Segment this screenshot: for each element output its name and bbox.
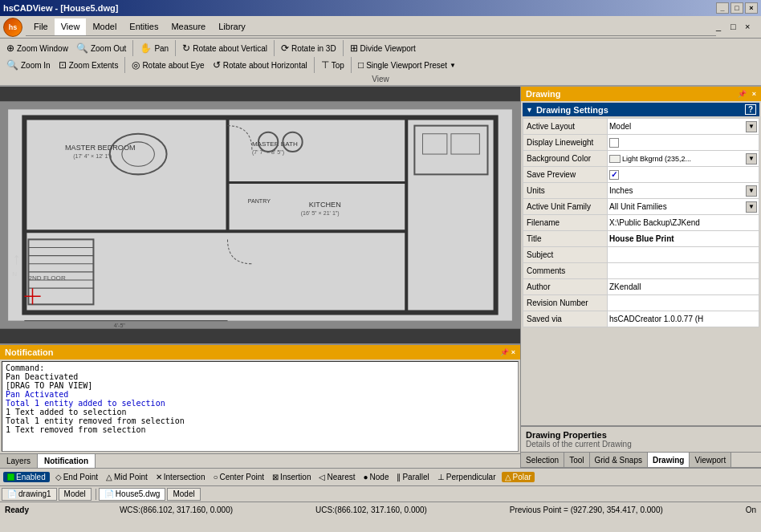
minimize-button[interactable]: _ xyxy=(716,2,729,14)
maximize-button[interactable]: □ xyxy=(730,2,743,14)
tab-viewport[interactable]: Viewport xyxy=(690,453,731,467)
settings-row-filename: Filename X:\Public Backup\ZJKend xyxy=(523,215,759,231)
snap-insertion[interactable]: ⊠ Insertion xyxy=(270,472,313,482)
snap-node[interactable]: ● Node xyxy=(360,472,391,482)
active-layout-dropdown[interactable]: ▼ xyxy=(746,121,757,132)
bgcolor-dropdown[interactable]: ▼ xyxy=(746,153,757,164)
btab-drawing1[interactable]: 📄 drawing1 xyxy=(2,488,57,501)
drawing-panel-header: Drawing 📌 × xyxy=(521,87,761,101)
tab-tool[interactable]: Tool xyxy=(564,453,589,467)
svg-text:PANTRY: PANTRY xyxy=(248,198,271,205)
rotate-vertical-icon: ↻ xyxy=(182,43,190,54)
zoom-extents-button[interactable]: ⊡ Zoom Extents xyxy=(55,58,122,72)
units-value: Inches xyxy=(609,186,746,195)
lineweight-label: Display Lineweight xyxy=(523,135,608,151)
lineweight-checkbox[interactable] xyxy=(609,138,619,148)
snap-enabled-label: Enabled xyxy=(16,473,46,481)
top-button[interactable]: ⊤ Top xyxy=(318,58,348,72)
lineweight-cell[interactable] xyxy=(608,135,759,151)
pan-button[interactable]: ✋ Pan xyxy=(136,41,172,55)
bgcolor-swatch xyxy=(609,155,621,163)
btab-house5[interactable]: 📄 House5.dwg xyxy=(99,488,166,501)
menu-model[interactable]: Model xyxy=(86,18,123,35)
pan-icon: ✋ xyxy=(140,43,152,54)
settings-collapse-icon[interactable]: ▼ xyxy=(526,106,533,114)
notif-line-2: [DRAG TO PAN VIEW] xyxy=(6,381,515,390)
save-preview-checkbox[interactable]: ✓ xyxy=(609,170,619,180)
save-preview-label: Save Preview xyxy=(523,167,608,183)
comments-label: Comments xyxy=(523,263,608,279)
settings-row-author: Author ZKendall xyxy=(523,279,759,295)
window-controls: _ □ × xyxy=(716,2,758,14)
divide-viewport-button[interactable]: ⊞ Divide Viewport xyxy=(347,41,419,55)
svg-text:(7' 7" × 8' 5"): (7' 7" × 8' 5") xyxy=(252,149,284,156)
drawing-pin-icon[interactable]: 📌 xyxy=(738,90,747,98)
zoom-window-button[interactable]: ⊕ Zoom Window xyxy=(3,41,71,55)
snap-mid-point[interactable]: △ Mid Point xyxy=(104,472,150,482)
zoom-window-icon: ⊕ xyxy=(6,43,14,54)
rotate-horizontal-button[interactable]: ↺ Rotate about Horizontal xyxy=(210,58,311,72)
settings-row-save-preview: Save Preview ✓ xyxy=(523,167,759,183)
snap-enabled-button[interactable]: Enabled xyxy=(3,472,50,482)
tab-selection[interactable]: Selection xyxy=(521,453,564,467)
zoom-extents-icon: ⊡ xyxy=(59,59,67,71)
tab-grid-snaps[interactable]: Grid & Snaps xyxy=(590,453,648,467)
drawing-close-icon[interactable]: × xyxy=(752,90,756,98)
units-dropdown[interactable]: ▼ xyxy=(746,185,757,197)
subject-label: Subject xyxy=(523,247,608,263)
snap-intersection-icon: ✕ xyxy=(156,473,162,481)
app-minimize-btn[interactable]: _ xyxy=(716,22,729,33)
menu-file[interactable]: File xyxy=(27,18,55,35)
zoom-in-button[interactable]: 🔍 Zoom In xyxy=(3,58,54,72)
settings-row-units: Units Inches ▼ xyxy=(523,183,759,199)
snap-polar[interactable]: △ Polar xyxy=(502,472,535,482)
menu-view[interactable]: View xyxy=(55,18,87,35)
notification-close-button[interactable]: × xyxy=(511,348,515,356)
menu-library[interactable]: Library xyxy=(212,18,252,35)
btab-house5-icon: 📄 xyxy=(104,489,114,498)
snap-center-point[interactable]: ○ Center Point xyxy=(210,472,267,482)
svg-text:(16' 5" × 21' 1"): (16' 5" × 21' 1") xyxy=(301,210,340,217)
subject-cell xyxy=(608,247,759,263)
close-button[interactable]: × xyxy=(745,2,758,14)
menu-measure[interactable]: Measure xyxy=(165,18,212,35)
single-viewport-button[interactable]: □ Single Viewport Preset ▼ xyxy=(355,58,459,72)
tab-notification[interactable]: Notification xyxy=(38,454,96,468)
drawing-properties-subtitle: Details of the current Drawing xyxy=(526,440,756,449)
title-bar: hsCADView - [House5.dwg] _ □ × xyxy=(0,0,761,16)
tab-drawing[interactable]: Drawing xyxy=(648,453,690,467)
rotate-eye-icon: ◎ xyxy=(132,59,140,71)
notification-pin-button[interactable]: 📌 xyxy=(500,348,509,356)
btab-model-1[interactable]: Model xyxy=(59,488,92,501)
save-preview-cell[interactable]: ✓ xyxy=(608,167,759,183)
author-label: Author xyxy=(523,279,608,295)
dropdown-indicator-icon: ▼ xyxy=(450,62,456,69)
drawing-panel-controls: 📌 × xyxy=(738,90,756,98)
app-restore-btn[interactable]: □ xyxy=(730,22,743,33)
tab-layers[interactable]: Layers xyxy=(0,454,38,468)
comments-cell xyxy=(608,263,759,279)
snap-intersection[interactable]: ✕ Intersection xyxy=(153,472,208,482)
snap-end-point[interactable]: ◇ End Point xyxy=(53,472,100,482)
canvas-container[interactable]: MASTER BEDROOM (17' 4" × 12' 1") MASTER … xyxy=(0,87,520,343)
settings-help-icon[interactable]: ? xyxy=(745,104,756,115)
menu-entities[interactable]: Entities xyxy=(123,18,165,35)
settings-row-comments: Comments xyxy=(523,263,759,279)
status-bar: Ready WCS:(866.102, 317.160, 0.000) UCS:… xyxy=(0,502,761,518)
snap-perpendicular[interactable]: ⊥ Perpendicular xyxy=(435,472,499,482)
toolbar: ⊕ Zoom Window 🔍 Zoom Out ✋ Pan ↻ Rotate … xyxy=(0,39,761,87)
zoom-out-button[interactable]: 🔍 Zoom Out xyxy=(73,41,129,55)
toolbar-label: View xyxy=(3,75,758,83)
author-value: ZKendall xyxy=(609,282,641,291)
rotate-3d-button[interactable]: ⟳ Rotate in 3D xyxy=(278,41,340,55)
rotate-eye-button[interactable]: ◎ Rotate about Eye xyxy=(128,58,207,72)
app-logo[interactable]: hs xyxy=(3,18,22,37)
snap-nearest[interactable]: ◁ Nearest xyxy=(316,472,357,482)
app-close-btn[interactable]: × xyxy=(745,22,758,33)
unit-family-dropdown[interactable]: ▼ xyxy=(746,201,757,213)
btab-model-2[interactable]: Model xyxy=(167,488,200,501)
snap-parallel[interactable]: ∥ Parallel xyxy=(394,472,431,482)
svg-text:↑: ↑ xyxy=(12,250,20,267)
svg-text:4'-5": 4'-5" xyxy=(114,323,126,329)
rotate-vertical-button[interactable]: ↻ Rotate about Vertical xyxy=(179,41,271,55)
